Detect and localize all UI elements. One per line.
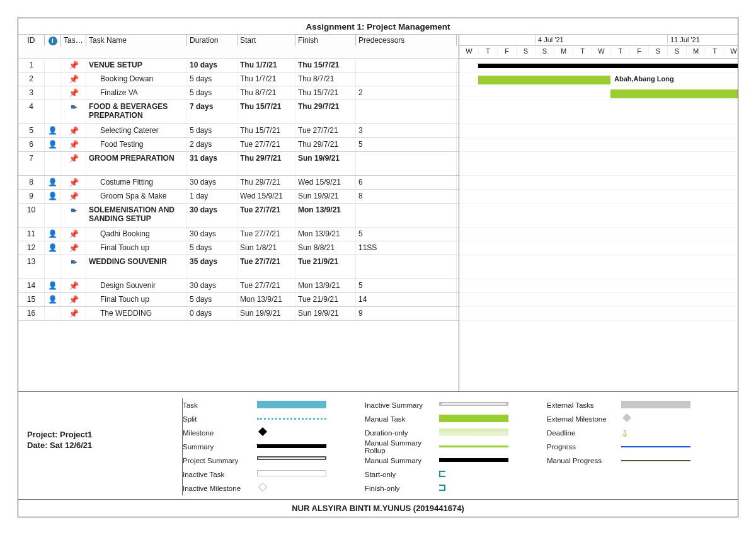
cell-pred[interactable]: 9 — [356, 307, 457, 320]
cell-start[interactable]: Tue 27/7/21 — [238, 255, 295, 279]
cell-dur[interactable]: 5 days — [187, 72, 238, 86]
cell-dur[interactable]: 30 days — [187, 176, 238, 189]
table-row[interactable]: 9👤📌Groom Spa & Make1 dayWed 15/9/21Sun 1… — [18, 190, 459, 204]
cell-pred[interactable]: 5 — [356, 138, 457, 151]
gantt-chart[interactable]: 4 Jul '2111 Jul '21 WTFSSMTWTFSSMTW Abah… — [459, 35, 738, 391]
col-info[interactable]: i — [45, 35, 61, 47]
gantt-row[interactable] — [459, 190, 738, 204]
table-row[interactable]: 14👤📌Design Souvenir30 daysTue 27/7/21Mon… — [18, 279, 459, 293]
cell-start[interactable]: Thu 29/7/21 — [238, 176, 295, 189]
cell-fin[interactable]: Mon 13/9/21 — [295, 227, 356, 241]
cell-dur[interactable]: 2 days — [187, 138, 238, 151]
table-row[interactable]: 4■▸FOOD & BEVERAGES PREPARATION7 daysThu… — [18, 100, 459, 124]
cell-info[interactable] — [45, 204, 61, 227]
table-row[interactable]: 8👤📌Costume Fitting30 daysThu 29/7/21Wed … — [18, 176, 459, 190]
cell-start[interactable]: Sun 1/8/21 — [238, 241, 295, 255]
cell-pred[interactable] — [356, 72, 457, 86]
cell-info[interactable]: 👤 — [45, 293, 61, 306]
cell-dur[interactable]: 5 days — [187, 86, 238, 100]
cell-name[interactable]: GROOM PREPARATION — [86, 152, 187, 175]
gantt-summary-bar[interactable] — [478, 64, 738, 68]
gantt-row[interactable] — [459, 124, 738, 138]
cell-id[interactable]: 3 — [18, 86, 45, 100]
cell-name[interactable]: Finalize VA — [86, 86, 187, 100]
cell-name[interactable]: Groom Spa & Make — [86, 190, 187, 203]
cell-id[interactable]: 14 — [18, 279, 45, 292]
table-row[interactable]: 11👤📌Qadhi Booking30 daysTue 27/7/21Mon 1… — [18, 227, 459, 241]
gantt-row[interactable] — [459, 241, 738, 255]
col-pred[interactable]: Predecessors — [356, 35, 457, 46]
cell-fin[interactable]: Sun 19/9/21 — [295, 152, 356, 175]
gantt-row[interactable] — [459, 279, 738, 293]
cell-fin[interactable]: Thu 15/7/21 — [295, 59, 356, 72]
cell-mode[interactable]: ■▸ — [61, 255, 86, 279]
task-grid[interactable]: ID i Task Mode Task Name Duration Start … — [18, 35, 459, 391]
cell-info[interactable] — [45, 152, 61, 175]
cell-name[interactable]: Booking Dewan — [86, 72, 187, 86]
cell-mode[interactable]: 📌 — [61, 190, 86, 203]
cell-start[interactable]: Thu 8/7/21 — [238, 86, 295, 100]
cell-mode[interactable]: 📌 — [61, 138, 86, 151]
cell-pred[interactable]: 6 — [356, 176, 457, 189]
cell-pred[interactable]: 5 — [356, 227, 457, 241]
cell-fin[interactable]: Mon 13/9/21 — [295, 204, 356, 227]
cell-pred[interactable] — [356, 59, 457, 72]
cell-name[interactable]: FOOD & BEVERAGES PREPARATION — [86, 100, 187, 124]
cell-name[interactable]: VENUE SETUP — [86, 59, 187, 72]
gantt-row[interactable] — [459, 100, 738, 124]
cell-start[interactable]: Thu 1/7/21 — [238, 59, 295, 72]
cell-pred[interactable] — [356, 255, 457, 279]
gantt-row[interactable] — [459, 293, 738, 307]
col-dur[interactable]: Duration — [187, 35, 238, 46]
cell-dur[interactable]: 7 days — [187, 100, 238, 124]
cell-mode[interactable]: 📌 — [61, 176, 86, 189]
gantt-row[interactable] — [459, 255, 738, 279]
cell-name[interactable]: Costume Fitting — [86, 176, 187, 189]
cell-start[interactable]: Tue 27/7/21 — [238, 138, 295, 151]
cell-name[interactable]: Design Souvenir — [86, 279, 187, 292]
cell-dur[interactable]: 1 day — [187, 190, 238, 203]
cell-dur[interactable]: 30 days — [187, 204, 238, 227]
cell-start[interactable]: Tue 27/7/21 — [238, 227, 295, 241]
cell-info[interactable]: 👤 — [45, 190, 61, 203]
cell-fin[interactable]: Thu 8/7/21 — [295, 72, 356, 86]
grid-body[interactable]: 1📌VENUE SETUP10 daysThu 1/7/21Thu 15/7/2… — [18, 59, 459, 321]
cell-id[interactable]: 9 — [18, 190, 45, 203]
cell-start[interactable]: Wed 15/9/21 — [238, 190, 295, 203]
cell-id[interactable]: 8 — [18, 176, 45, 189]
cell-pred[interactable]: 8 — [356, 190, 457, 203]
cell-fin[interactable]: Thu 29/7/21 — [295, 138, 356, 151]
cell-fin[interactable]: Sun 19/9/21 — [295, 307, 356, 320]
cell-fin[interactable]: Mon 13/9/21 — [295, 279, 356, 292]
cell-id[interactable]: 2 — [18, 72, 45, 86]
cell-id[interactable]: 6 — [18, 138, 45, 151]
cell-mode[interactable]: 📌 — [61, 59, 86, 72]
cell-fin[interactable]: Tue 21/9/21 — [295, 293, 356, 306]
cell-mode[interactable]: 📌 — [61, 279, 86, 292]
gantt-row[interactable] — [459, 176, 738, 190]
cell-name[interactable]: SOLEMENISATION AND SANDING SETUP — [86, 204, 187, 227]
cell-start[interactable]: Tue 27/7/21 — [238, 279, 295, 292]
cell-pred[interactable] — [356, 100, 457, 124]
table-row[interactable]: 16📌The WEDDING0 daysSun 19/9/21Sun 19/9/… — [18, 307, 459, 321]
cell-mode[interactable]: 📌 — [61, 227, 86, 241]
cell-info[interactable] — [45, 59, 61, 72]
cell-dur[interactable]: 30 days — [187, 227, 238, 241]
cell-pred[interactable] — [356, 152, 457, 175]
cell-mode[interactable]: 📌 — [61, 152, 86, 175]
cell-mode[interactable]: 📌 — [61, 124, 86, 137]
cell-dur[interactable]: 5 days — [187, 293, 238, 306]
col-fin[interactable]: Finish — [295, 35, 356, 46]
cell-start[interactable]: Mon 13/9/21 — [238, 293, 295, 306]
cell-info[interactable]: 👤 — [45, 279, 61, 292]
cell-info[interactable] — [45, 307, 61, 320]
cell-name[interactable]: Final Touch up — [86, 293, 187, 306]
table-row[interactable]: 7📌GROOM PREPARATION31 daysThu 29/7/21Sun… — [18, 152, 459, 176]
cell-info[interactable]: 👤 — [45, 227, 61, 241]
cell-info[interactable]: 👤 — [45, 241, 61, 255]
cell-start[interactable]: Thu 29/7/21 — [238, 152, 295, 175]
cell-id[interactable]: 16 — [18, 307, 45, 320]
cell-start[interactable]: Sun 19/9/21 — [238, 307, 295, 320]
cell-fin[interactable]: Thu 15/7/21 — [295, 86, 356, 100]
cell-dur[interactable]: 10 days — [187, 59, 238, 72]
